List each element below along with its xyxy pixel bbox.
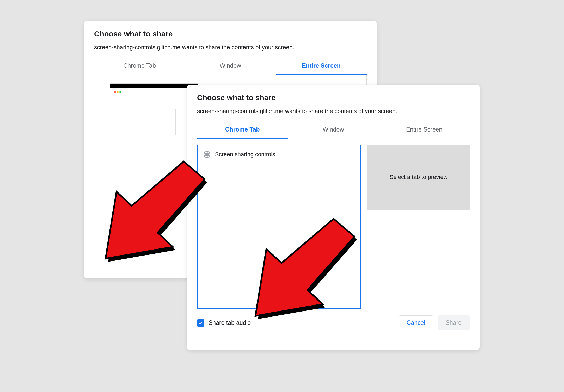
tab-item-label: Screen sharing controls	[215, 151, 275, 158]
preview-placeholder-text: Select a tab to preview	[390, 174, 448, 181]
dialog-subtitle: screen-sharing-controls.glitch.me wants …	[197, 108, 470, 115]
check-icon	[198, 320, 203, 326]
dialog-footer: Share tab audio Cancel Share	[197, 315, 470, 330]
screen-thumbnail[interactable]	[110, 83, 198, 172]
tab-entire-screen[interactable]: Entire Screen	[276, 58, 367, 75]
tab-item[interactable]: Screen sharing controls	[203, 150, 356, 159]
tab-list-panel: Screen sharing controls	[197, 145, 361, 309]
share-audio-row: Share tab audio	[197, 319, 251, 327]
dialog-title: Choose what to share	[94, 30, 367, 38]
share-audio-checkbox[interactable]	[197, 319, 204, 327]
tabs-row: Chrome Tab Window Entire Screen	[94, 58, 367, 75]
dialog-subtitle: screen-sharing-controls.glitch.me wants …	[94, 44, 367, 51]
share-dialog-chrome-tab: Choose what to share screen-sharing-cont…	[187, 85, 480, 350]
globe-icon	[204, 151, 210, 158]
dialog-title: Choose what to share	[197, 94, 470, 102]
tab-chrome-tab[interactable]: Chrome Tab	[197, 122, 288, 139]
tab-entire-screen[interactable]: Entire Screen	[379, 122, 470, 139]
preview-panel: Select a tab to preview	[367, 145, 470, 210]
share-audio-label: Share tab audio	[209, 319, 251, 326]
tabs-row: Chrome Tab Window Entire Screen	[197, 122, 470, 139]
share-button[interactable]: Share	[438, 315, 470, 330]
button-row: Cancel Share	[399, 315, 470, 330]
tab-window[interactable]: Window	[288, 122, 379, 139]
tab-chrome-tab[interactable]: Chrome Tab	[94, 58, 185, 75]
tab-selection-area: Screen sharing controls Select a tab to …	[197, 139, 470, 309]
cancel-button[interactable]: Cancel	[399, 315, 433, 330]
tab-window[interactable]: Window	[185, 58, 276, 75]
